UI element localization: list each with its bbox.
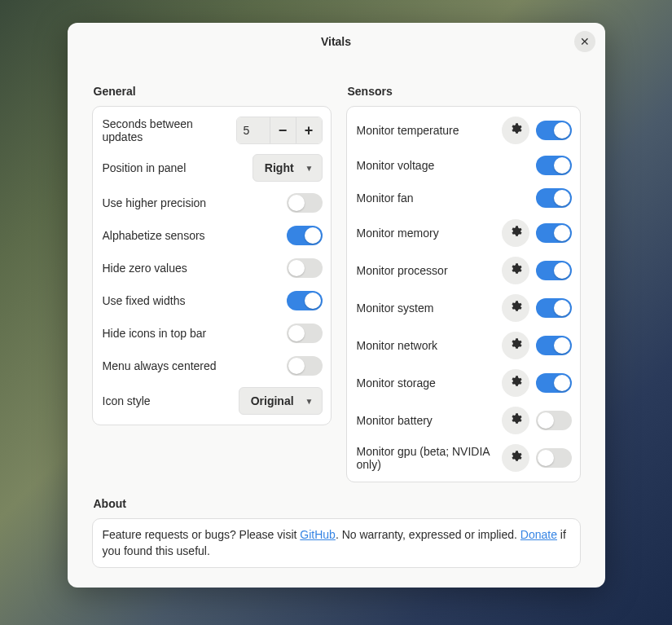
menu-centered-switch[interactable] [287, 356, 323, 376]
sensor-switch[interactable] [536, 261, 572, 280]
github-link[interactable]: GitHub [300, 528, 336, 541]
sensor-label: Monitor memory [357, 227, 502, 240]
sensor-label: Monitor fan [357, 191, 536, 205]
row-seconds-between-updates: Seconds between updates 5 − + [93, 112, 331, 149]
sensor-settings-button[interactable] [502, 257, 529, 284]
sensor-row: Monitor temperature [347, 112, 580, 149]
gear-icon [509, 122, 522, 139]
sensor-switch[interactable] [536, 373, 572, 393]
row-hide-icons: Hide icons in top bar [93, 317, 331, 350]
about-text-mid: . No warranty, expressed or implied. [336, 528, 520, 541]
seconds-decrement-button[interactable]: − [270, 117, 296, 143]
position-value: Right [265, 161, 294, 174]
sensor-switch[interactable] [536, 336, 572, 355]
sensor-row: Monitor battery [347, 402, 580, 439]
row-fixed-widths: Use fixed widths [93, 284, 331, 317]
sensor-settings-button[interactable] [502, 444, 529, 472]
icon-style-value: Original [251, 394, 294, 407]
close-button[interactable]: ✕ [574, 31, 595, 52]
higher-precision-label: Use higher precision [103, 196, 287, 209]
sensor-row: Monitor fan [347, 182, 580, 214]
hide-zero-switch[interactable] [287, 258, 323, 278]
general-panel: Seconds between updates 5 − + Position i… [92, 106, 332, 425]
sensor-row: Monitor system [347, 289, 580, 327]
fixed-widths-label: Use fixed widths [103, 294, 287, 307]
sensor-switch[interactable] [536, 298, 572, 318]
sensor-label: Monitor system [357, 301, 502, 315]
higher-precision-switch[interactable] [287, 193, 323, 213]
position-label: Position in panel [103, 161, 253, 174]
sensor-settings-button[interactable] [502, 407, 529, 434]
sensors-heading: Sensors [348, 85, 581, 98]
sensor-switch[interactable] [536, 121, 572, 140]
fixed-widths-switch[interactable] [287, 291, 323, 310]
alphabetize-label: Alphabetize sensors [103, 229, 287, 242]
seconds-stepper: 5 − + [236, 117, 323, 144]
chevron-down-icon: ▼ [305, 164, 314, 173]
position-dropdown[interactable]: Right ▼ [253, 154, 323, 182]
hide-icons-label: Hide icons in top bar [103, 327, 287, 340]
row-higher-precision: Use higher precision [93, 187, 331, 219]
gear-icon [509, 412, 522, 429]
sensor-settings-button[interactable] [502, 332, 529, 359]
seconds-value[interactable]: 5 [237, 117, 270, 143]
sensor-settings-button[interactable] [502, 294, 529, 322]
about-panel: Feature requests or bugs? Please visit G… [92, 518, 581, 568]
sensor-row: Monitor memory [347, 214, 580, 252]
sensor-row: Monitor voltage [347, 149, 580, 182]
sensor-label: Monitor network [357, 339, 502, 352]
sensor-row: Monitor storage [347, 364, 580, 402]
sensor-settings-button[interactable] [502, 219, 529, 247]
titlebar: Vitals ✕ [68, 23, 605, 60]
sensor-settings-button[interactable] [502, 369, 529, 397]
gear-icon [509, 450, 522, 466]
sensor-label: Monitor voltage [357, 159, 536, 172]
row-icon-style: Icon style Original ▼ [93, 382, 331, 420]
hide-icons-switch[interactable] [287, 324, 323, 343]
settings-window: Vitals ✕ General Seconds between updates… [68, 23, 605, 588]
gear-icon [509, 225, 522, 241]
sensor-row: Monitor network [347, 327, 580, 364]
hide-zero-label: Hide zero values [103, 262, 287, 275]
about-text-prefix: Feature requests or bugs? Please visit [103, 528, 301, 541]
sensor-switch[interactable] [536, 223, 572, 243]
gear-icon [509, 337, 522, 354]
sensor-switch[interactable] [536, 156, 572, 175]
gear-icon [509, 300, 522, 316]
sensor-switch[interactable] [536, 411, 572, 430]
icon-style-dropdown[interactable]: Original ▼ [239, 387, 323, 415]
sensor-row: Monitor processor [347, 252, 580, 289]
general-heading: General [94, 85, 332, 98]
gear-icon [509, 262, 522, 279]
row-menu-centered: Menu always centered [93, 350, 331, 382]
sensor-label: Monitor storage [357, 376, 502, 390]
window-title: Vitals [321, 35, 351, 48]
row-hide-zero: Hide zero values [93, 252, 331, 284]
donate-link[interactable]: Donate [520, 528, 557, 541]
sensor-row: Monitor gpu (beta; NVIDIA only) [347, 439, 580, 477]
icon-style-label: Icon style [103, 394, 239, 407]
gear-icon [509, 375, 522, 391]
sensor-label: Monitor battery [357, 414, 502, 427]
row-alphabetize: Alphabetize sensors [93, 219, 331, 252]
seconds-increment-button[interactable]: + [296, 117, 322, 143]
sensor-label: Monitor gpu (beta; NVIDIA only) [357, 445, 502, 471]
sensor-settings-button[interactable] [502, 117, 529, 144]
about-heading: About [94, 497, 581, 510]
row-position-in-panel: Position in panel Right ▼ [93, 149, 331, 187]
sensor-label: Monitor processor [357, 264, 502, 277]
sensor-switch[interactable] [536, 188, 572, 208]
close-icon: ✕ [580, 35, 590, 48]
sensor-switch[interactable] [536, 448, 572, 468]
seconds-label: Seconds between updates [103, 117, 236, 143]
alphabetize-switch[interactable] [287, 226, 323, 245]
sensors-panel: Monitor temperatureMonitor voltageMonito… [346, 106, 581, 482]
sensor-label: Monitor temperature [357, 124, 502, 137]
menu-centered-label: Menu always centered [103, 359, 287, 372]
chevron-down-icon: ▼ [305, 397, 314, 406]
